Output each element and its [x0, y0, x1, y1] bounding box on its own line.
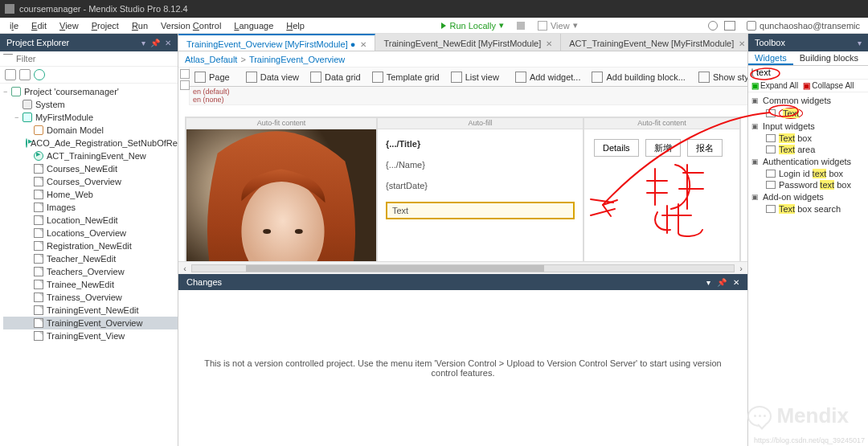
fields-cell[interactable]: {.../Title} {.../Name} {startDate} Text [377, 129, 583, 261]
editor-tab[interactable]: ACT_TrainingEvent_New [MyFirstModule]✕ [561, 34, 754, 51]
tree-node[interactable]: Courses_NewEdit [3, 162, 178, 175]
explorer-filter-input[interactable] [16, 54, 174, 63]
tree-node[interactable]: Teachers_Overview [3, 265, 178, 278]
tree-node[interactable]: System [3, 98, 178, 111]
tab-close-icon[interactable]: ✕ [739, 39, 745, 48]
stop-button[interactable] [517, 22, 525, 30]
actions-cell[interactable]: Details 新增 报名 [583, 129, 740, 261]
collapse-icon[interactable] [19, 69, 31, 80]
toolbox-search-input[interactable] [756, 68, 867, 77]
toolbar-template-grid[interactable]: Template grid [367, 70, 444, 84]
tree-node[interactable]: TrainingEvent_Overview [3, 317, 178, 329]
tree-node[interactable]: Domain Model [3, 124, 178, 137]
monitor-icon [538, 21, 547, 31]
placeholder-image [186, 129, 376, 261]
register-button[interactable]: 报名 [687, 139, 723, 157]
text-widget-selected[interactable]: Text [386, 202, 575, 219]
menu-edit[interactable]: Edit [25, 19, 53, 32]
toolbox-group[interactable]: ▣Authentication widgets [748, 155, 868, 168]
view-app-button[interactable]: View ▾ [533, 18, 583, 32]
scroll-right-icon[interactable]: › [735, 264, 747, 273]
toolbar-list-view[interactable]: List view [446, 70, 504, 84]
tree-node[interactable]: Home_Web [3, 188, 178, 201]
page-canvas[interactable]: Auto-fit content Auto-fill Auto-fit cont… [178, 105, 747, 261]
details-button[interactable]: Details [594, 139, 639, 157]
toolbox-group[interactable]: ▣Common widgets [748, 94, 868, 107]
menu-version-control[interactable]: Version Control [154, 19, 227, 32]
menu-run[interactable]: Run [125, 19, 154, 32]
toolbox-tree[interactable]: ▣Common widgetsText▣Input widgetsText bo… [748, 92, 868, 446]
tree-node[interactable]: TrainingEvent_NewEdit [3, 304, 178, 317]
tab-widgets[interactable]: Widgets [748, 51, 793, 65]
user-chip[interactable]: qunchaoshao@transemic [742, 19, 865, 32]
menu-view[interactable]: View [53, 19, 85, 32]
menu-language[interactable]: Language [227, 19, 280, 32]
editor-tab[interactable]: TrainingEvent_NewEdit [MyFirstModule]✕ [375, 34, 561, 51]
editor-tab[interactable]: TrainingEvent_Overview [MyFirstModule] ●… [178, 34, 375, 51]
toolbox-item[interactable]: Text [748, 107, 868, 120]
toolbox-item[interactable]: Password text box [748, 179, 868, 190]
tree-node[interactable]: Trainess_Overview [3, 291, 178, 304]
tree-node[interactable]: Courses_Overview [3, 175, 178, 188]
menu-help[interactable]: Help [280, 19, 311, 32]
changes-close-icon[interactable]: ✕ [733, 278, 739, 287]
startdate-field[interactable]: {startDate} [386, 181, 575, 190]
toolbar-data-view[interactable]: Data view [241, 70, 304, 84]
explorer-tree[interactable]: −Project 'coursemanager'System−MyFirstMo… [0, 84, 178, 446]
side-tool-2[interactable] [180, 80, 190, 90]
tree-node[interactable]: Images [3, 201, 178, 214]
scroll-left-icon[interactable]: ‹ [178, 264, 191, 273]
toolbar-add-building-block-[interactable]: Add building block... [587, 70, 690, 84]
tab-building-blocks[interactable]: Building blocks [793, 51, 865, 65]
scroll-thumb[interactable] [246, 265, 544, 272]
tree-node[interactable]: Locations_Overview [3, 227, 178, 239]
side-tool-1[interactable] [180, 69, 190, 79]
toolbox-dropdown-icon[interactable]: ▾ [858, 39, 862, 47]
toolbox-item[interactable]: Text area [748, 144, 868, 155]
tree-node[interactable]: −Project 'coursemanager' [3, 85, 178, 98]
toolbox-item[interactable]: Text box [748, 133, 868, 144]
tab-close-icon[interactable]: ✕ [360, 40, 366, 49]
appstore-icon[interactable] [724, 21, 735, 31]
panel-dropdown-icon[interactable]: ▾ [141, 39, 145, 47]
breadcrumb-root[interactable]: Atlas_Default [185, 55, 237, 64]
menu-project[interactable]: Project [85, 19, 125, 32]
name-field[interactable]: {.../Name} [386, 160, 575, 170]
tree-node[interactable]: Registration_NewEdit [3, 239, 178, 252]
toolbar-data-grid[interactable]: Data grid [305, 70, 366, 84]
toolbox-item[interactable]: Text box search [748, 203, 868, 215]
tree-node[interactable]: −MyFirstModule [3, 111, 178, 124]
collapse-all-button[interactable]: ▣Collapse All [803, 81, 854, 90]
menu-file[interactable]: ile [3, 19, 25, 32]
toolbar-show-styles[interactable]: Show styles [694, 70, 747, 84]
title-field[interactable]: {.../Title} [386, 139, 575, 149]
tab-close-icon[interactable]: ✕ [546, 39, 552, 48]
sync-icon[interactable] [34, 69, 45, 80]
toolbar-page[interactable]: Page [190, 70, 235, 84]
panel-close-icon[interactable]: ✕ [165, 39, 171, 47]
changes-dropdown-icon[interactable]: ▾ [706, 278, 710, 287]
tree-node[interactable]: Teacher_NewEdit [3, 252, 178, 265]
toolbox-item[interactable]: Login id text box [748, 168, 868, 179]
tree-node[interactable]: Trainee_NewEdit [3, 278, 178, 291]
settings-icon[interactable] [708, 21, 718, 31]
tree-node[interactable]: ACT_TrainingEvent_New [3, 149, 178, 162]
expand-icon[interactable] [5, 69, 16, 80]
toolbar-add-widget-[interactable]: Add widget... [510, 70, 586, 84]
horizontal-scrollbar[interactable]: ‹ › [178, 261, 747, 274]
tree-node[interactable]: TrainingEvent_View [3, 329, 178, 342]
toolbox-tabs: Widgets Building blocks [748, 51, 868, 66]
run-locally-button[interactable]: Run Locally ▾ [436, 18, 508, 32]
panel-pin-icon[interactable]: 📌 [150, 39, 160, 47]
tree-node[interactable]: ACO_Ade_Registration_SetNubOfRegi [3, 137, 178, 149]
expand-all-button[interactable]: ▣Expand All [751, 81, 798, 90]
breadcrumb-current[interactable]: TrainingEvent_Overview [249, 55, 345, 64]
toolbox-group[interactable]: ▣Add-on widgets [748, 190, 868, 203]
tree-node[interactable]: Location_NewEdit [3, 214, 178, 227]
new-button[interactable]: 新增 [645, 139, 681, 157]
tool-icon [592, 72, 603, 83]
changes-pin-icon[interactable]: 📌 [717, 278, 727, 287]
image-cell[interactable] [186, 129, 377, 261]
toolbox-group[interactable]: ▣Input widgets [748, 120, 868, 133]
scroll-track[interactable] [191, 264, 735, 272]
